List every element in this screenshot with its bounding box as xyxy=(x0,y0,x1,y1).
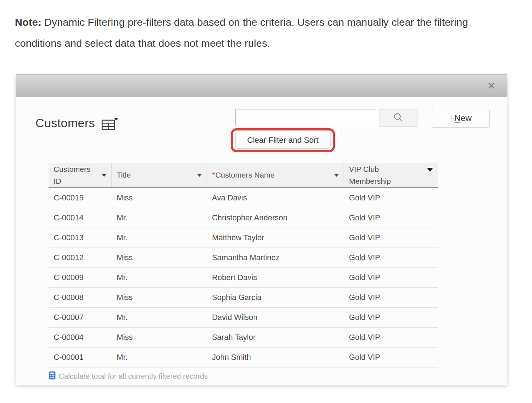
table-view-icon[interactable] xyxy=(101,117,119,130)
cell-customers-name: Robert Davis xyxy=(207,268,344,287)
search-input[interactable] xyxy=(235,109,376,126)
column-header-vip-club-membership[interactable]: VIP Club Membership xyxy=(344,163,438,187)
new-button-rest: ew xyxy=(461,113,472,123)
cell-vip-club-membership: Gold VIP xyxy=(344,188,438,208)
cell-vip-club-membership: Gold VIP xyxy=(344,248,438,267)
cell-vip-club-membership: Gold VIP xyxy=(344,208,438,228)
table-row[interactable]: C-00013 Mr. Matthew Taylor Gold VIP xyxy=(49,228,438,248)
table-header-row: Customers ID Title *Customers Name xyxy=(49,163,438,188)
customers-dialog: ✕ Customers xyxy=(16,74,507,385)
table-row[interactable]: C-00009 Mr. Robert Davis Gold VIP xyxy=(49,268,438,288)
column-header-customers-name[interactable]: *Customers Name xyxy=(207,163,344,187)
cell-customers-name: Ava Davis xyxy=(207,188,344,208)
calculate-total-label: Calculate total for all currently filter… xyxy=(59,372,208,381)
cell-vip-club-membership: Gold VIP xyxy=(344,228,438,248)
table-row[interactable]: C-00008 Miss Sophia Garcia Gold VIP xyxy=(49,288,438,308)
cell-vip-club-membership: Gold VIP xyxy=(344,348,438,367)
clear-filter-and-sort-button[interactable]: Clear Filter and Sort xyxy=(235,132,331,149)
note-body: Dynamic Filtering pre-filters data based… xyxy=(15,16,468,49)
cell-title: Miss xyxy=(112,328,207,347)
page-title: Customers xyxy=(36,116,95,130)
column-label: *Customers Name xyxy=(212,169,275,181)
cell-title: Miss xyxy=(112,248,207,267)
cell-customers-name: Matthew Taylor xyxy=(207,228,344,248)
filter-applied-icon[interactable] xyxy=(427,168,433,172)
cell-customers-id: C-00012 xyxy=(49,248,112,267)
cell-customers-id: C-00004 xyxy=(49,328,112,347)
column-header-customers-id[interactable]: Customers ID xyxy=(49,163,112,187)
search-icon xyxy=(393,112,404,124)
cell-title: Mr. xyxy=(112,308,207,327)
cell-customers-name: Sophia Garcia xyxy=(207,288,344,307)
plus-icon: + xyxy=(450,114,454,122)
table-row[interactable]: C-00001 Mr. John Smith Gold VIP xyxy=(49,348,438,367)
cell-customers-id: C-00014 xyxy=(49,208,112,228)
cell-customers-name: John Smith xyxy=(207,348,344,367)
column-label: Title xyxy=(117,169,131,181)
table-row[interactable]: C-00015 Miss Ava Davis Gold VIP xyxy=(49,188,438,208)
cell-title: Miss xyxy=(112,288,207,307)
new-button-accesskey: N xyxy=(454,113,461,123)
cell-customers-id: C-00013 xyxy=(49,228,112,248)
cell-customers-id: C-00015 xyxy=(49,188,112,208)
calculate-total-link[interactable]: Calculate total for all currently filter… xyxy=(49,367,438,385)
cell-title: Mr. xyxy=(112,348,207,367)
close-icon[interactable]: ✕ xyxy=(485,79,498,93)
cell-customers-name: David Wilson xyxy=(207,308,344,327)
cell-title: Miss xyxy=(112,188,207,208)
calculator-icon xyxy=(49,371,55,381)
title-row: Customers xyxy=(36,116,119,130)
cell-customers-id: C-00009 xyxy=(49,268,112,287)
sort-dropdown-icon[interactable] xyxy=(334,174,339,176)
cell-customers-name: Sarah Taylor xyxy=(207,328,344,347)
cell-customers-name: Christopher Anderson xyxy=(207,208,344,228)
cell-customers-id: C-00007 xyxy=(49,308,112,327)
cell-vip-club-membership: Gold VIP xyxy=(344,308,438,327)
table-row[interactable]: C-00004 Miss Sarah Taylor Gold VIP xyxy=(49,328,438,348)
cell-title: Mr. xyxy=(112,268,207,287)
required-marker: * xyxy=(212,171,215,179)
search-button[interactable] xyxy=(379,109,417,127)
dialog-body: Customers xyxy=(16,97,507,385)
table-row[interactable]: C-00007 Mr. David Wilson Gold VIP xyxy=(49,308,438,328)
dialog-titlebar: ✕ xyxy=(16,75,507,97)
cell-title: Mr. xyxy=(112,228,207,248)
note-text: Note: Dynamic Filtering pre-filters data… xyxy=(15,12,508,54)
column-label: VIP Club Membership xyxy=(349,163,403,187)
cell-customers-name: Samantha Martinez xyxy=(207,248,344,267)
cell-title: Mr. xyxy=(112,208,207,228)
column-label: Customers ID xyxy=(54,163,99,187)
cell-vip-club-membership: Gold VIP xyxy=(344,328,438,347)
column-header-title[interactable]: Title xyxy=(112,163,207,187)
note-label: Note: xyxy=(15,16,41,28)
table-row[interactable]: C-00012 Miss Samantha Martinez Gold VIP xyxy=(49,248,438,268)
cell-customers-id: C-00008 xyxy=(49,288,112,307)
sort-dropdown-icon[interactable] xyxy=(197,174,202,176)
new-button[interactable]: +New xyxy=(432,109,490,128)
cell-customers-id: C-00001 xyxy=(49,348,112,367)
cell-vip-club-membership: Gold VIP xyxy=(344,268,438,287)
clear-filter-highlight-annotation: Clear Filter and Sort xyxy=(231,128,335,152)
customers-table: Customers ID Title *Customers Name xyxy=(49,163,438,385)
cell-vip-club-membership: Gold VIP xyxy=(344,288,438,307)
page: Note: Dynamic Filtering pre-filters data… xyxy=(0,0,532,403)
table-row[interactable]: C-00014 Mr. Christopher Anderson Gold VI… xyxy=(49,208,438,228)
sort-dropdown-icon[interactable] xyxy=(102,174,107,176)
